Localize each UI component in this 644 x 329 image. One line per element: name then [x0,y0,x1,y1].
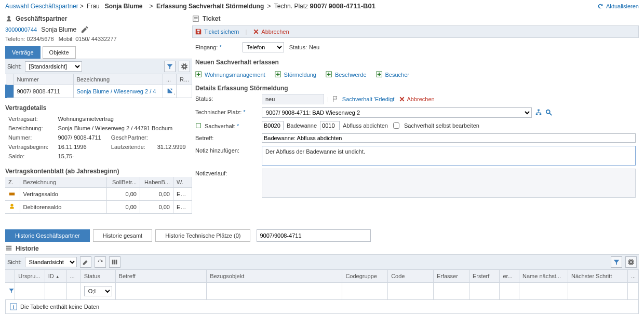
self-checkbox[interactable] [393,122,399,129]
status-label: Status: [289,44,307,50]
search-icon[interactable] [545,109,553,116]
close-icon [399,96,405,102]
person-balance-icon [8,203,16,210]
tab-historie-gesamt[interactable]: Historie gesamt [93,229,152,242]
link-stoermeldung[interactable]: Störmeldung [275,71,316,78]
person-icon [5,15,12,22]
col-bezeichnung[interactable]: Bezeichnung [73,74,163,85]
tp-label: Technischer Platz: * [195,107,258,115]
erledigt-button[interactable]: Sachverhalt 'Erledigt' [342,96,396,102]
columns-button[interactable] [109,256,120,268]
breadcrumb-context-value: 9007/ 9008-4711-B01 [310,2,375,10]
code1-text: Badewanne [287,122,317,129]
hist-filter-button[interactable] [611,256,622,268]
tree-icon[interactable] [535,109,542,116]
add-icon [195,71,203,78]
contact-line: Telefon: 0234/5678 Mobil: 0150/ 44332277 [5,36,192,42]
col-nummer[interactable]: Nummer [14,74,73,85]
details-head: Details Erfassung Störmeldung [195,85,639,92]
add-icon [326,71,333,78]
breadcrumb-person-name: Sonja Blume [105,3,143,10]
add-icon [376,71,383,78]
link-beschwerde[interactable]: Beschwerde [326,71,367,78]
breadcrumb-person-prefix: Frau [87,3,100,10]
ticket-save-button[interactable]: Ticket sichern [195,28,239,35]
code1-input[interactable] [262,121,284,130]
empty-message: i Die Tabelle enthält keine Daten [5,300,639,314]
refresh-button[interactable]: Aktualisieren [597,3,639,10]
svg-rect-9 [536,114,538,115]
betreff-input[interactable] [262,133,636,143]
link-besucher[interactable]: Besucher [376,71,409,78]
tab-historie-bp[interactable]: Historie Geschäftspartner [5,229,90,242]
list-icon [5,245,12,252]
svg-rect-12 [196,124,201,128]
edit-icon[interactable] [81,25,89,34]
link-wohnungsmanagement[interactable]: Wohnungsmanagement [195,71,265,78]
breadcrumb-context-label: Techn. Platz [274,3,308,10]
form-status-label: Status: [195,94,258,102]
tab-historie-tp[interactable]: Historie Technische Plätze (0) [155,229,250,242]
hist-settings-button[interactable] [625,256,637,268]
tp-select[interactable]: 9007/ 9008-4711: BAD Wiesenweg 2 [262,107,532,118]
betreff-label: Betreff: [195,133,258,141]
tab-contracts[interactable]: Verträge [5,46,41,59]
edit-view-button[interactable] [80,256,91,268]
tool-button-1[interactable] [95,256,106,268]
close-icon [253,29,259,35]
refresh-label: Aktualisieren [606,3,639,9]
notiz-input[interactable]: Der Abfluss der Badewanne ist undicht. [262,146,636,166]
verlauf-label: Notizverlauf: [195,169,258,176]
ticket-head: Ticket [203,15,220,22]
form-cancel-button[interactable]: Abbrechen [399,96,435,102]
sachverhalt-link[interactable]: Sachverhalt * [195,121,258,130]
form-status-value: neu [262,94,324,104]
konto-grid: Z. Bezeichnung SollBetr... HabenB... W. … [5,177,192,214]
hist-sicht-label: Sicht: [7,259,22,265]
notizverlauf-box [262,169,636,198]
svg-rect-13 [112,260,113,265]
svg-rect-15 [115,260,117,265]
code2-input[interactable] [320,121,340,130]
neu-sachverhalt-head: Neuen Sachverhalt erfassen [195,59,639,66]
balance-icon [8,190,16,197]
self-label: Sachverhalt selbst bearbeiten [404,122,479,129]
left-tabs: Verträge Objekte [5,46,192,59]
contract-row[interactable]: 9007/ 9008-4711 Sonja Blume / Wiesenweg … [6,85,192,98]
col-dots[interactable]: ... [163,74,177,85]
bp-id[interactable]: 3000000744 [5,26,37,33]
bp-name: Sonja Blume [41,26,76,33]
tab-objects[interactable]: Objekte [43,46,76,59]
contract-details-head: Vertragdetails [5,104,192,112]
settings-button[interactable] [179,61,190,72]
code2-text: Abfluss abdichten [343,122,388,129]
col-r[interactable]: R... [177,74,192,85]
historie-grid: Urspru... ID ▲ ... Status Betreff Bezugs… [5,270,639,300]
info-icon: i [10,303,17,310]
hist-sicht-select[interactable]: Standardsicht [25,257,77,267]
konto-head: Vertragskontenblatt (ab Jahresbeginn) [5,168,192,175]
svg-rect-0 [9,193,15,195]
sicht-select[interactable]: [Standardsicht] [25,61,82,72]
svg-point-1 [10,204,13,207]
save-icon [195,28,202,35]
contracts-grid: Nummer Bezeichnung ... R... 9007/ 9008-4… [5,74,192,98]
svg-point-11 [546,110,550,114]
breadcrumb-root[interactable]: Auswahl Geschäftspartner [5,3,78,10]
filter-icon[interactable] [8,287,15,294]
svg-rect-8 [538,109,540,111]
svg-rect-14 [114,260,115,265]
ticket-cancel-button[interactable]: Abbrechen [253,29,289,35]
breadcrumb: Auswahl Geschäftspartner> Frau Sonja Blu… [5,2,375,10]
sicht-label: Sicht: [7,63,22,70]
svg-text:i: i [13,304,15,310]
eingang-label: Eingang: * [195,44,222,50]
status-filter[interactable]: O;I [84,286,112,296]
eingang-select[interactable]: Telefon [243,42,284,52]
link-icon[interactable] [166,87,173,94]
historie-search[interactable] [257,229,371,242]
notiz-label: Notiz hinzufügen: [195,146,258,154]
filter-button[interactable] [164,61,176,72]
ticket-icon [192,15,199,22]
add-icon [275,71,282,78]
